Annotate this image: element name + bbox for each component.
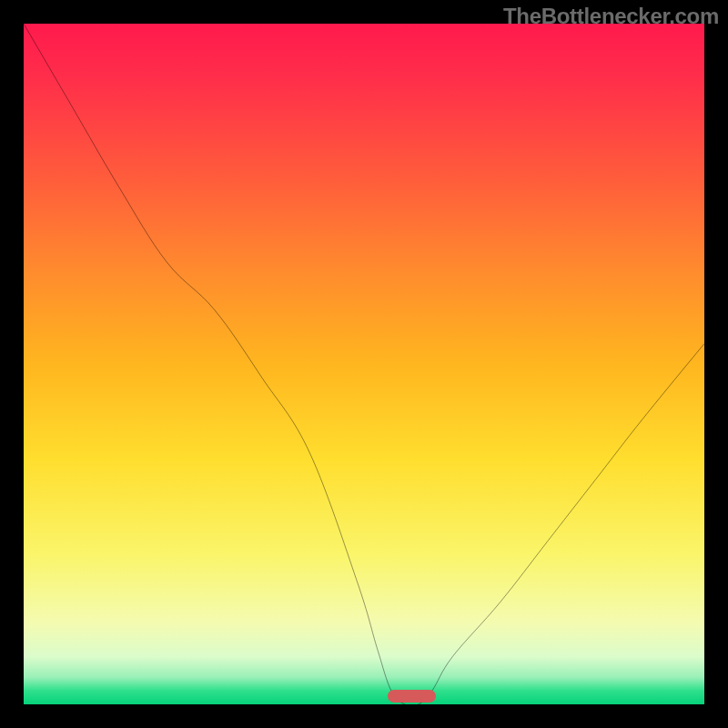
chart-frame: TheBottlenecker.com — [0, 0, 728, 728]
plot-area — [24, 24, 704, 704]
watermark-text: TheBottlenecker.com — [503, 4, 719, 29]
bottleneck-curve — [24, 24, 704, 704]
optimal-range-marker — [388, 690, 435, 703]
